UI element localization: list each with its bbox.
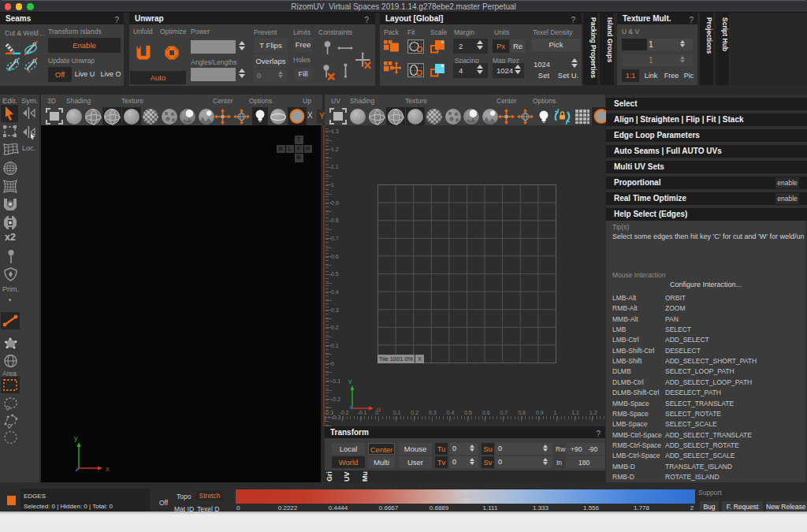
svg-text:y: y: [74, 434, 78, 442]
svg-text:v: v: [348, 378, 352, 385]
svg-text:u: u: [377, 405, 381, 413]
svg-text:x: x: [106, 465, 110, 473]
